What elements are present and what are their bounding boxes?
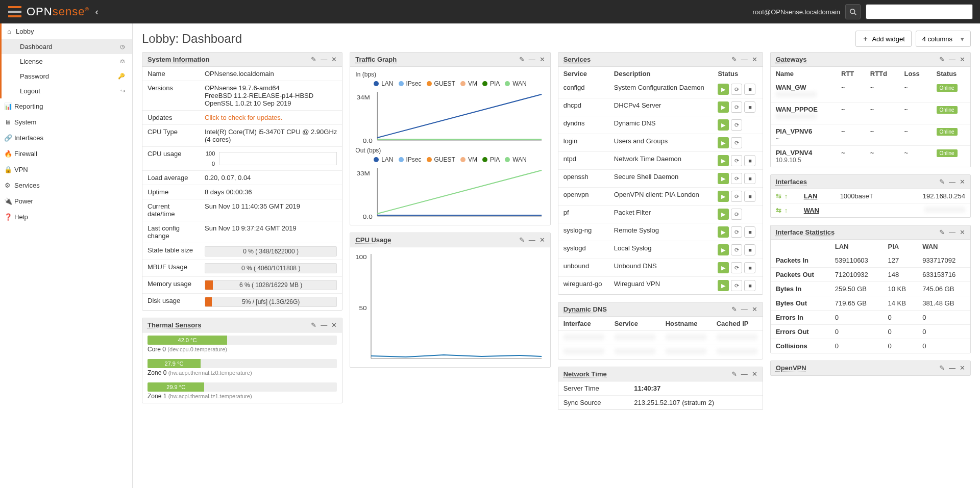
service-reload-button[interactable]: ⟳: [731, 119, 742, 131]
thermal-label: Zone 0 (hw.acpi.thermal.tz0.temperature): [142, 369, 342, 379]
close-icon[interactable]: ✕: [331, 321, 337, 329]
pencil-icon[interactable]: ✎: [519, 236, 525, 244]
stat-row: Collisions000: [771, 339, 970, 353]
pencil-icon[interactable]: ✎: [519, 56, 525, 63]
service-play-button[interactable]: ▶: [718, 173, 729, 184]
service-reload-button[interactable]: ⟳: [731, 280, 742, 291]
service-stop-button[interactable]: ■: [744, 262, 755, 273]
value: Sun Nov 10 11:40:35 GMT 2019: [200, 199, 342, 221]
search-icon: [849, 8, 856, 15]
columns-dropdown[interactable]: 4 columns: [916, 31, 971, 47]
minimize-icon[interactable]: —: [741, 56, 748, 63]
close-icon[interactable]: ✕: [331, 56, 337, 63]
nav-section-firewall[interactable]: 🔥Firewall: [0, 146, 132, 162]
service-stop-button[interactable]: ■: [744, 173, 755, 184]
chart-title-out: Out (bps): [355, 147, 545, 154]
minimize-icon[interactable]: —: [949, 56, 955, 63]
minimize-icon[interactable]: —: [321, 56, 327, 63]
nav-section-services[interactable]: ⚙Services: [0, 177, 132, 193]
service-reload-button[interactable]: ⟳: [731, 137, 742, 148]
nav-section-power[interactable]: 🔌Power: [0, 193, 132, 209]
close-icon[interactable]: ✕: [960, 56, 965, 63]
minimize-icon[interactable]: —: [529, 236, 535, 244]
user-info: root@OPNsense.localdomain: [753, 8, 840, 16]
service-play-button[interactable]: ▶: [718, 137, 729, 148]
plus-icon: ＋: [862, 34, 869, 43]
service-stop-button[interactable]: ■: [744, 226, 755, 238]
nav-section-interfaces[interactable]: 🔗Interfaces: [0, 130, 132, 146]
close-icon[interactable]: ✕: [752, 370, 757, 378]
service-play-button[interactable]: ▶: [718, 191, 729, 202]
nav-section-lobby[interactable]: ⌂Lobby: [2, 23, 132, 39]
search-input[interactable]: [866, 4, 973, 19]
service-play-button[interactable]: ▶: [718, 244, 729, 255]
service-play-button[interactable]: ▶: [718, 101, 729, 113]
minimize-icon[interactable]: —: [949, 364, 955, 372]
pencil-icon[interactable]: ✎: [311, 56, 316, 63]
service-stop-button[interactable]: ■: [744, 280, 755, 291]
close-icon[interactable]: ✕: [960, 228, 965, 236]
pencil-icon[interactable]: ✎: [731, 56, 737, 63]
service-play-button[interactable]: ▶: [718, 119, 729, 131]
service-play-button[interactable]: ▶: [718, 262, 729, 273]
service-reload-button[interactable]: ⟳: [731, 191, 742, 202]
minimize-icon[interactable]: —: [741, 305, 748, 313]
widget-interface-statistics: Interface Statistics✎—✕ LANPIAWAN Packet…: [770, 225, 971, 353]
service-stop-button[interactable]: ■: [744, 244, 755, 255]
sidebar-item-license[interactable]: License⚖: [2, 54, 132, 69]
interface-link[interactable]: WAN: [804, 207, 830, 214]
close-icon[interactable]: ✕: [752, 305, 757, 313]
check-updates-link[interactable]: Click to check for updates.: [205, 114, 282, 121]
service-reload-button[interactable]: ⟳: [731, 226, 742, 238]
add-widget-button[interactable]: ＋Add widget: [855, 31, 911, 47]
label: Load average: [142, 171, 200, 185]
search-button[interactable]: [845, 4, 861, 19]
nav-section-reporting[interactable]: 📊Reporting: [0, 98, 132, 114]
service-stop-button[interactable]: ■: [744, 191, 755, 202]
pencil-icon[interactable]: ✎: [939, 228, 945, 236]
close-icon[interactable]: ✕: [540, 56, 545, 63]
service-reload-button[interactable]: ⟳: [731, 262, 742, 273]
service-play-button[interactable]: ▶: [718, 155, 729, 166]
pencil-icon[interactable]: ✎: [731, 305, 737, 313]
close-icon[interactable]: ✕: [960, 364, 965, 372]
minimize-icon[interactable]: —: [741, 370, 748, 378]
service-play-button[interactable]: ▶: [718, 209, 729, 220]
service-play-button[interactable]: ▶: [718, 226, 729, 238]
minimize-icon[interactable]: —: [321, 321, 327, 329]
close-icon[interactable]: ✕: [960, 178, 965, 186]
minimize-icon[interactable]: —: [529, 56, 535, 63]
minimize-icon[interactable]: —: [949, 178, 955, 186]
service-play-button[interactable]: ▶: [718, 84, 729, 95]
pencil-icon[interactable]: ✎: [939, 364, 945, 372]
sidebar-item-password[interactable]: Password🔑: [2, 69, 132, 84]
gateway-row: WAN_GW~~~Online: [771, 81, 970, 102]
service-stop-button[interactable]: ■: [744, 155, 755, 166]
nav-section-system[interactable]: 🖥System: [0, 114, 132, 130]
service-reload-button[interactable]: ⟳: [731, 101, 742, 113]
gateway-row: WAN_PPPOE~~~Online: [771, 102, 970, 124]
collapse-menu-icon[interactable]: ‹: [95, 7, 99, 17]
service-stop-button[interactable]: ■: [744, 101, 755, 113]
nav-section-vpn[interactable]: 🔒VPN: [0, 162, 132, 177]
close-icon[interactable]: ✕: [752, 56, 757, 63]
service-reload-button[interactable]: ⟳: [731, 244, 742, 255]
pencil-icon[interactable]: ✎: [311, 321, 316, 329]
pencil-icon[interactable]: ✎: [939, 56, 945, 63]
service-stop-button[interactable]: ■: [744, 84, 755, 95]
sidebar-item-dashboard[interactable]: Dashboard◷: [2, 39, 132, 54]
interface-link[interactable]: LAN: [804, 192, 830, 200]
pencil-icon[interactable]: ✎: [731, 370, 737, 378]
nav-section-help[interactable]: ❓Help: [0, 209, 132, 225]
sidebar-item-logout[interactable]: Logout↪: [2, 84, 132, 98]
service-reload-button[interactable]: ⟳: [731, 209, 742, 220]
stat-row: Bytes In259.50 GB10 KB745.06 GB: [771, 282, 970, 296]
pencil-icon[interactable]: ✎: [939, 178, 945, 186]
logo[interactable]: OPNsense®: [7, 4, 89, 19]
service-reload-button[interactable]: ⟳: [731, 155, 742, 166]
service-reload-button[interactable]: ⟳: [731, 84, 742, 95]
service-reload-button[interactable]: ⟳: [731, 173, 742, 184]
minimize-icon[interactable]: —: [949, 228, 955, 236]
close-icon[interactable]: ✕: [540, 236, 545, 244]
service-play-button[interactable]: ▶: [718, 280, 729, 291]
